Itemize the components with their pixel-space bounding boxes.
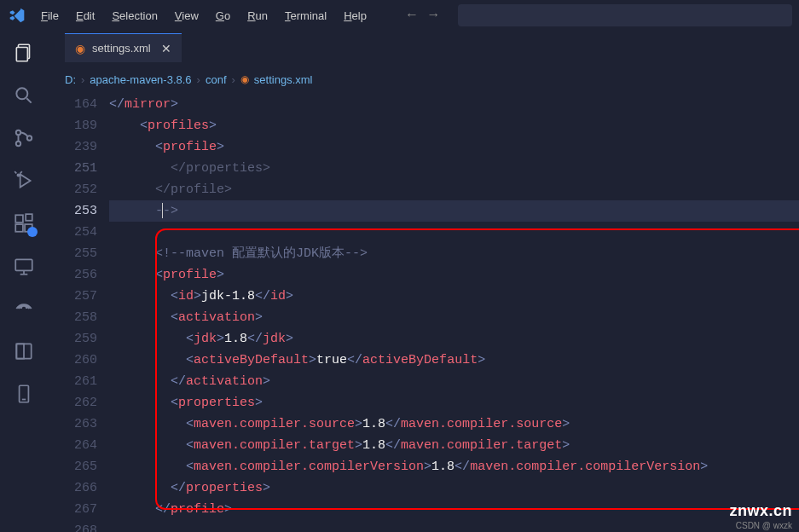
nav-arrows: ← → [408, 8, 437, 23]
activity-bar [0, 31, 48, 532]
menu-view[interactable]: View [168, 6, 206, 26]
breadcrumb[interactable]: D: › apache-maven-3.8.6 › conf › ◉ setti… [65, 70, 799, 89]
watermark: znwx.cn [729, 502, 792, 520]
svg-rect-16 [16, 344, 24, 358]
breadcrumb-seg-2[interactable]: conf [206, 73, 227, 86]
svg-rect-1 [16, 48, 27, 61]
svg-rect-8 [15, 215, 23, 223]
line-number: 259 [48, 328, 97, 350]
chevron-right-icon: › [197, 73, 200, 86]
tab-settings-xml[interactable]: ◉ settings.xml ✕ [65, 33, 182, 62]
run-debug-icon[interactable] [12, 169, 36, 193]
title-bar: File Edit Selection View Go Run Terminal… [0, 0, 799, 31]
nav-forward-icon[interactable]: → [430, 8, 438, 23]
menu-help[interactable]: Help [337, 6, 373, 26]
line-number: 260 [48, 350, 97, 371]
editor[interactable]: 164 189 239 251 252 253 254 255 256 257 … [48, 94, 799, 532]
line-number: 256 [48, 264, 97, 286]
svg-line-3 [26, 98, 31, 102]
code-area[interactable]: </mirror> <profiles> <profile> </propert… [109, 94, 799, 532]
line-number: 266 [48, 477, 97, 499]
line-number: 164 [48, 94, 97, 115]
breadcrumb-seg-1[interactable]: apache-maven-3.8.6 [90, 73, 191, 86]
line-number: 255 [48, 243, 97, 264]
line-number: 258 [48, 307, 97, 328]
xml-file-icon: ◉ [75, 42, 85, 55]
line-number: 251 [48, 158, 97, 179]
chevron-right-icon: › [81, 73, 84, 86]
line-number: 267 [48, 499, 97, 520]
line-number: 257 [48, 286, 97, 307]
chevron-right-icon: › [232, 73, 235, 86]
nav-back-icon[interactable]: ← [408, 8, 416, 23]
menu-run[interactable]: Run [240, 6, 275, 26]
line-number: 254 [48, 222, 97, 243]
menu-selection[interactable]: Selection [105, 6, 164, 26]
menu-terminal[interactable]: Terminal [278, 6, 333, 26]
svg-rect-12 [15, 259, 32, 270]
line-number: 253 [48, 200, 97, 222]
svg-point-2 [16, 88, 27, 99]
menu-file[interactable]: File [34, 6, 66, 26]
extensions-icon[interactable] [12, 211, 36, 235]
line-gutter: 164 189 239 251 252 253 254 255 256 257 … [48, 94, 109, 532]
svg-point-6 [27, 136, 32, 140]
menu-bar: File Edit Selection View Go Run Terminal… [34, 6, 373, 26]
breadcrumb-file[interactable]: settings.xml [254, 73, 313, 86]
line-number: 261 [48, 371, 97, 392]
line-number: 268 [48, 520, 97, 532]
line-number: 189 [48, 115, 97, 136]
watermark-sub: CSDN @ wxzk [736, 521, 792, 530]
project-icon[interactable] [12, 339, 36, 363]
remote-icon[interactable] [12, 254, 36, 278]
line-number: 252 [48, 179, 97, 200]
menu-go[interactable]: Go [209, 6, 237, 26]
svg-point-5 [16, 142, 20, 146]
line-number: 264 [48, 435, 97, 456]
svg-rect-9 [15, 224, 23, 232]
source-control-icon[interactable] [12, 126, 36, 150]
svg-point-4 [16, 130, 20, 135]
vscode-logo-icon [7, 5, 27, 26]
line-number: 265 [48, 456, 97, 477]
line-number: 262 [48, 392, 97, 413]
search-icon[interactable] [12, 84, 36, 107]
menu-edit[interactable]: Edit [69, 6, 101, 26]
extensions-badge [27, 227, 38, 237]
line-number: 263 [48, 413, 97, 435]
line-number: 239 [48, 136, 97, 158]
svg-rect-11 [26, 214, 32, 221]
breadcrumb-drive[interactable]: D: [65, 73, 76, 86]
live-share-icon[interactable] [12, 297, 36, 321]
command-center[interactable] [458, 4, 792, 26]
svg-point-7 [17, 174, 19, 176]
xml-file-icon: ◉ [240, 73, 249, 85]
mobile-icon[interactable] [12, 382, 36, 406]
tab-label: settings.xml [92, 42, 151, 55]
tab-close-icon[interactable]: ✕ [161, 42, 171, 55]
tab-bar: ◉ settings.xml ✕ [48, 31, 799, 65]
explorer-icon[interactable] [12, 41, 36, 65]
